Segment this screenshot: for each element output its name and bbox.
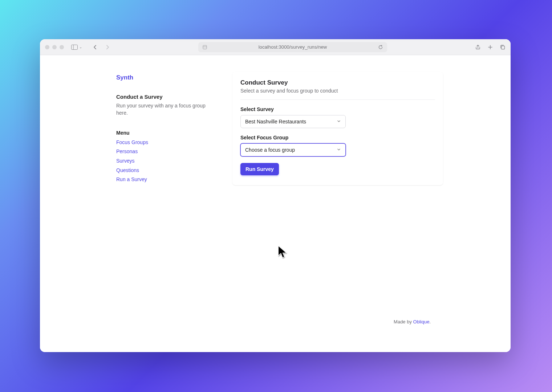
svg-rect-0: [72, 45, 78, 49]
focus-group-field: Select Focus Group Choose a focus group: [240, 135, 435, 156]
sidebar-item-personas[interactable]: Personas: [116, 148, 138, 154]
chevron-down-icon: [337, 147, 341, 153]
new-tab-button[interactable]: [487, 44, 493, 50]
survey-field: Select Survey Best Nashville Restaurants: [240, 106, 435, 128]
focus-group-field-label: Select Focus Group: [240, 135, 435, 140]
sidebar-item-surveys[interactable]: Surveys: [116, 158, 135, 164]
footer-suffix: .: [429, 319, 431, 324]
chevron-down-icon: ⌄: [79, 45, 82, 49]
sidebar-menu: Focus Groups Personas Surveys Questions …: [116, 139, 207, 184]
sidebar-icon: [71, 45, 78, 50]
cursor-icon: [277, 245, 288, 258]
close-window-dot[interactable]: [45, 45, 49, 49]
share-icon: [475, 44, 481, 50]
svg-rect-2: [203, 45, 207, 49]
tabs-icon: [500, 44, 506, 50]
footer-link[interactable]: Oblique: [413, 319, 430, 324]
chevron-right-icon: [105, 44, 110, 50]
conduct-survey-card: Conduct Survey Select a survey and focus…: [232, 72, 443, 185]
app-brand[interactable]: Synth: [116, 74, 207, 81]
survey-field-label: Select Survey: [240, 106, 435, 112]
card-subtitle: Select a survey and focus group to condu…: [240, 88, 435, 100]
survey-select[interactable]: Best Nashville Restaurants: [240, 115, 346, 128]
share-button[interactable]: [475, 44, 481, 50]
card-title: Conduct Survey: [240, 79, 435, 86]
focus-group-select-value: Choose a focus group: [245, 147, 295, 153]
footer: Made by Oblique.: [394, 319, 431, 324]
forward-button[interactable]: [105, 44, 110, 50]
run-survey-button[interactable]: Run Survey: [240, 163, 279, 175]
svg-rect-4: [502, 46, 505, 49]
sidebar-lead-title: Conduct a Survey: [116, 94, 207, 100]
focus-group-select[interactable]: Choose a focus group: [240, 143, 346, 156]
chevron-down-icon: [337, 119, 341, 124]
page-content: Synth Conduct a Survey Run your survey w…: [40, 55, 511, 352]
address-bar[interactable]: localhost:3000/survey_runs/new: [198, 42, 387, 52]
reload-button[interactable]: [378, 44, 383, 50]
sidebar-item-focus-groups[interactable]: Focus Groups: [116, 139, 148, 145]
sidebar-toggle[interactable]: ⌄: [71, 45, 82, 50]
address-bar-url: localhost:3000/survey_runs/new: [202, 44, 383, 50]
back-button[interactable]: [92, 44, 98, 50]
maximize-window-dot[interactable]: [60, 45, 64, 49]
sidebar-item-run-survey[interactable]: Run a Survey: [116, 176, 147, 182]
site-settings-icon[interactable]: [202, 44, 208, 50]
reload-icon: [378, 44, 383, 50]
survey-select-value: Best Nashville Restaurants: [245, 119, 306, 124]
browser-toolbar: ⌄ localhost:3000/survey_runs/new: [40, 39, 511, 55]
minimize-window-dot[interactable]: [52, 45, 57, 49]
sidebar-item-questions[interactable]: Questions: [116, 167, 139, 173]
sidebar-menu-heading: Menu: [116, 130, 207, 136]
desktop-background: ⌄ localhost:3000/survey_runs/new: [0, 0, 552, 392]
footer-prefix: Made by: [394, 319, 413, 324]
plus-icon: [487, 44, 493, 50]
chevron-left-icon: [92, 44, 98, 50]
sidebar: Synth Conduct a Survey Run your survey w…: [116, 74, 207, 185]
window-controls[interactable]: [45, 45, 64, 49]
sidebar-lead-desc: Run your survey with any a focus group h…: [116, 102, 207, 117]
tabs-overview-button[interactable]: [500, 44, 506, 50]
browser-window: ⌄ localhost:3000/survey_runs/new: [40, 39, 511, 352]
